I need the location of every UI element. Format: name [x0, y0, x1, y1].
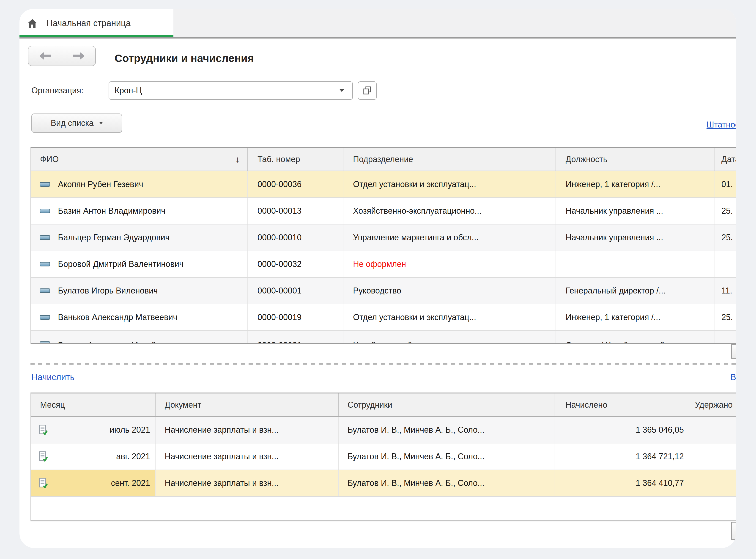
employee-position: Начальник управления ...: [556, 224, 715, 251]
accruals-table-header: Месяц Документ Сотрудники Начислено Удер…: [31, 394, 736, 417]
employee-tab-no: 0000-00032: [248, 251, 344, 277]
employee-marker-icon: [40, 235, 50, 240]
employee-tab-no: 0000-00013: [248, 198, 344, 224]
employee-date: 01.: [715, 171, 736, 197]
employee-department: Отдел установки и эксплуатац...: [344, 304, 556, 330]
arrow-left-icon: [38, 51, 53, 61]
employee-position: Генеральный директор /...: [556, 278, 715, 304]
chevron-down-icon: [339, 89, 344, 92]
column-header-accrued[interactable]: Начислено: [554, 394, 689, 416]
employee-position: Инженер, 1 категория /...: [556, 304, 715, 330]
column-header-department[interactable]: Подразделение: [344, 148, 556, 171]
organization-value: Крон-Ц: [115, 82, 142, 99]
employee-position: [556, 251, 715, 277]
column-header-document[interactable]: Документ: [156, 394, 339, 416]
history-nav: [28, 46, 96, 66]
employee-tab-no: 0000-00019: [248, 304, 344, 330]
table-row[interactable]: Булатов Игорь Виленович 0000-00001 Руков…: [31, 278, 736, 304]
forward-button[interactable]: [62, 46, 96, 66]
employee-not-registered-status: Не оформлен: [344, 251, 556, 277]
employee-tab-no: 0000-00010: [248, 224, 344, 251]
organization-dropdown-button[interactable]: [331, 83, 352, 98]
employee-marker-icon: [40, 182, 50, 187]
scrollbar-stub[interactable]: [731, 344, 736, 359]
sort-descending-icon: ↓: [235, 155, 240, 164]
chevron-down-icon: [99, 122, 103, 124]
column-header-position[interactable]: Должность: [556, 148, 715, 171]
tab-bar: Начальная страница: [20, 9, 736, 37]
employee-date: [715, 331, 736, 343]
accrual-month: июль 2021: [110, 425, 150, 435]
pane-splitter[interactable]: [30, 363, 736, 364]
accrual-month: сент. 2021: [111, 478, 150, 488]
employee-marker-icon: [40, 315, 50, 320]
accrual-document: Начисление зарплаты и взн...: [156, 417, 339, 443]
employee-name: Булатов Игорь Виленович: [58, 286, 158, 295]
employee-position: Слесарь / Хозяйственный ...: [556, 331, 715, 343]
withheld-amount: [689, 443, 736, 470]
employee-name: Базин Антон Владимирович: [58, 206, 165, 216]
tab-home[interactable]: Начальная страница: [20, 9, 173, 37]
back-button[interactable]: [28, 46, 62, 66]
employee-date: 25.: [715, 304, 736, 330]
column-header-fio[interactable]: ФИО ↓: [31, 148, 248, 171]
column-header-withheld[interactable]: Удержано: [689, 394, 736, 416]
pay-link-clipped[interactable]: В: [730, 372, 736, 382]
employee-name: Бальцер Герман Эдуардович: [58, 233, 169, 242]
table-row-clipped[interactable]: Волков Александр Михайлович 0000-00021 Х…: [31, 331, 736, 343]
staffing-link[interactable]: Штатное: [707, 120, 736, 129]
employees-table: ФИО ↓ Таб. номер Подразделение Должность…: [30, 147, 736, 344]
accrual-amount: 1 364 410,77: [554, 470, 689, 496]
employee-marker-icon: [40, 209, 50, 213]
employee-department: Хозяйственно-эксплуатационно...: [344, 198, 556, 224]
home-icon: [27, 18, 38, 29]
table-empty-area: [31, 497, 736, 520]
employee-tab-no: 0000-00021: [248, 331, 344, 343]
table-row[interactable]: Ваньков Александр Матвеевич 0000-00019 О…: [31, 304, 736, 331]
page-background: Начальная страница Сотрудники и начислен…: [0, 0, 756, 559]
posted-document-icon: [39, 424, 48, 435]
tab-home-label: Начальная страница: [47, 18, 131, 28]
employee-date: 25.: [715, 224, 736, 251]
withheld-amount: [689, 417, 736, 443]
accrual-employees: Булатов И. В., Минчев А. Б., Соло...: [339, 470, 554, 496]
employee-marker-icon: [40, 288, 50, 293]
app-window: Начальная страница Сотрудники и начислен…: [20, 9, 736, 548]
table-row-selected[interactable]: сент. 2021 Начисление зарплаты и взн... …: [31, 470, 736, 497]
accrual-employees: Булатов И. В., Минчев А. Б., Соло...: [339, 443, 554, 470]
employee-department: Отдел установки и эксплуатац...: [344, 171, 556, 197]
employee-name: Ваньков Александр Матвеевич: [58, 313, 177, 322]
withheld-amount: [689, 470, 736, 496]
table-row[interactable]: авг. 2021 Начисление зарплаты и взн... Б…: [31, 443, 736, 470]
employee-date: 25.: [715, 198, 736, 224]
accrual-employees: Булатов И. В., Минчев А. Б., Соло...: [339, 417, 554, 443]
employee-tab-no: 0000-00036: [248, 171, 344, 197]
employee-marker-icon: [40, 341, 50, 343]
employee-position: Инженер, 1 категория /...: [556, 171, 715, 197]
table-row[interactable]: Бальцер Герман Эдуардович 0000-00010 Упр…: [31, 224, 736, 251]
organization-choose-button[interactable]: [358, 82, 377, 100]
accrual-document: Начисление зарплаты и взн...: [156, 470, 339, 496]
employee-department: Хозяйственный отдел: [344, 331, 556, 343]
column-header-date[interactable]: Дата: [715, 148, 736, 171]
employee-department: Управление маркетинга и обсл...: [344, 224, 556, 251]
employee-date: 11.: [715, 278, 736, 304]
organization-field[interactable]: Крон-Ц: [109, 82, 353, 100]
scrollbar-stub[interactable]: [731, 522, 736, 540]
table-row[interactable]: Боровой Дмитрий Валентинович 0000-00032 …: [31, 251, 736, 278]
employees-table-header: ФИО ↓ Таб. номер Подразделение Должность…: [31, 148, 736, 171]
table-row[interactable]: июль 2021 Начисление зарплаты и взн... Б…: [31, 417, 736, 443]
column-header-employees[interactable]: Сотрудники: [339, 394, 554, 416]
employee-tab-no: 0000-00001: [248, 278, 344, 304]
active-tab-underline: [20, 35, 173, 37]
posted-document-icon: [39, 451, 48, 462]
column-header-month[interactable]: Месяц: [31, 394, 156, 416]
column-header-tab-no[interactable]: Таб. номер: [248, 148, 344, 171]
view-list-button[interactable]: Вид списка: [31, 113, 122, 133]
accrue-link[interactable]: Начислить: [31, 372, 74, 382]
table-row[interactable]: Акопян Рубен Гезевич 0000-00036 Отдел ус…: [31, 171, 736, 198]
table-row[interactable]: Базин Антон Владимирович 0000-00013 Хозя…: [31, 198, 736, 224]
employee-marker-icon: [40, 262, 50, 266]
employee-position: Начальник управления ...: [556, 198, 715, 224]
view-list-button-label: Вид списка: [51, 118, 93, 128]
